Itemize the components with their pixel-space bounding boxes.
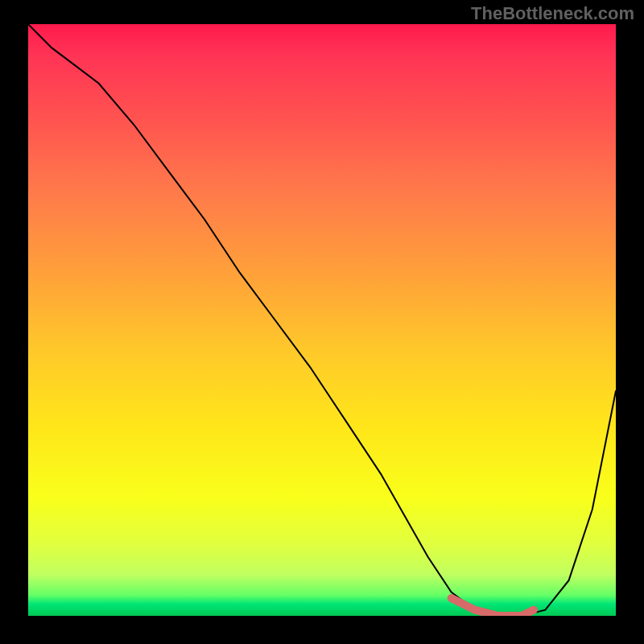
watermark-text: TheBottleneck.com xyxy=(471,3,634,24)
chart-plot-area xyxy=(28,24,616,616)
bottleneck-curve-path xyxy=(28,24,616,616)
chart-svg xyxy=(28,24,616,616)
optimal-band-path xyxy=(452,598,534,616)
